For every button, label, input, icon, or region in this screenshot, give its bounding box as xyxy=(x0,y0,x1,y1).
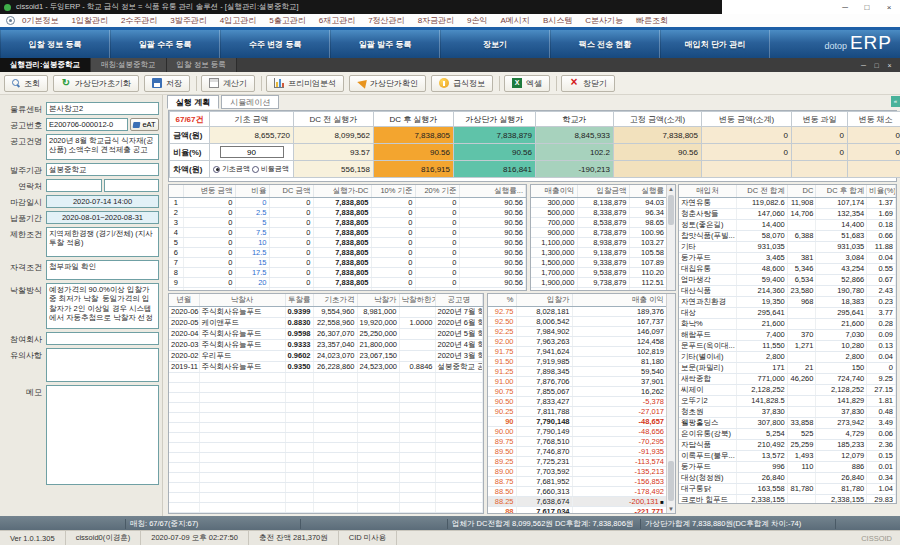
virtual-price-check-button[interactable]: 가상단가확인 xyxy=(349,75,426,92)
excel-button[interactable]: 엑셀 xyxy=(504,75,550,92)
menu-item[interactable]: C본사기능 xyxy=(585,15,623,26)
table-row[interactable]: 동가푸드3,4653813,0840.04 xyxy=(679,252,896,263)
award-method-textarea[interactable] xyxy=(46,283,159,329)
menu-item[interactable]: 2수주관리 xyxy=(121,15,157,26)
table-row[interactable]: 501007,838,8050090.56 xyxy=(169,237,526,247)
delivery-period-input[interactable] xyxy=(46,211,159,224)
radio-ratio-amount[interactable] xyxy=(252,166,259,173)
menu-item[interactable]: 6재고관리 xyxy=(319,15,355,26)
table-row[interactable]: 89.507,746,870-91,935 xyxy=(488,446,667,456)
table-row[interactable]: 참맛식품(푸빌...58,0706,38851,6830.66 xyxy=(679,230,896,241)
table-row[interactable]: 이록푸드(불무...13,5721,49312,0790.15 xyxy=(679,450,896,461)
table-row[interactable]: 202.507,838,8050090.56 xyxy=(169,207,526,217)
table-row[interactable]: 300,0008,138,87994.03 xyxy=(531,197,667,207)
table-row[interactable]: 91.757,941,624102,819 xyxy=(488,346,667,356)
table-row[interactable]: 91.257,898,34559,540 xyxy=(488,366,667,376)
table-row[interactable]: 2020-02우리푸드0.960224,023,07023,067,150202… xyxy=(169,350,483,361)
memo-textarea[interactable] xyxy=(46,385,159,485)
column-header[interactable]: 낙찰가 xyxy=(357,294,399,306)
radio-base-amount[interactable] xyxy=(213,166,220,173)
column-header[interactable]: 비율(%) xyxy=(867,185,896,197)
summary-column-header[interactable]: DC 전 실행가 xyxy=(294,112,374,127)
table-row[interactable]: 92.508,006,542167,737 xyxy=(488,316,667,326)
mdi-tab[interactable]: 실행관리:설봉중학교 xyxy=(0,58,91,72)
table-row[interactable]: 동가푸드9961108860.01 xyxy=(679,461,896,472)
summary-column-header[interactable]: 가상단가 실행가 xyxy=(454,112,536,127)
menu-item[interactable]: A메시지 xyxy=(501,15,530,26)
quick-button[interactable]: 장보기 xyxy=(440,30,550,58)
maximize-button[interactable]: □ xyxy=(856,3,878,12)
reset-virtual-price-button[interactable]: 가상단가초기화 xyxy=(53,75,139,92)
table-row[interactable]: 대상295,641295,6413.77 xyxy=(679,307,896,318)
mdi-tab[interactable]: 매칭:설봉중학교 xyxy=(91,58,167,72)
column-header[interactable]: % xyxy=(488,294,516,306)
table-row[interactable]: 30507,838,8050090.56 xyxy=(169,217,526,227)
table-row[interactable]: 화낙%21,60021,6000.28 xyxy=(679,318,896,329)
column-header[interactable]: 변동 금액 xyxy=(183,185,235,197)
summary-column-header[interactable]: 기초 금액 xyxy=(210,112,294,127)
column-header[interactable]: DC xyxy=(787,185,816,197)
table-row[interactable]: 은이유통(강북)5,2545254,7290.06 xyxy=(679,428,896,439)
menu-item[interactable]: 8자금관리 xyxy=(418,15,454,26)
table-row[interactable]: 88.757,681,952-156,853 xyxy=(488,476,667,486)
column-header[interactable]: 기초가격 xyxy=(313,294,357,306)
bid-grid-scrollbar[interactable]: ▼ xyxy=(666,294,675,513)
menu-item[interactable]: B시스템 xyxy=(543,15,572,26)
plan-tab[interactable]: 시뮬레이션 xyxy=(221,95,279,109)
column-header[interactable]: 입찰가 xyxy=(516,294,572,306)
summary-column-header[interactable]: 학교가 xyxy=(536,112,614,127)
menu-item[interactable]: 4입고관리 xyxy=(220,15,256,26)
close-window-button[interactable]: 창닫기 xyxy=(561,75,615,92)
quick-button[interactable]: 입찰 정보 등록 xyxy=(0,30,110,58)
table-row[interactable]: 청초원37,83037,8300.48 xyxy=(679,406,896,417)
logistics-center-input[interactable] xyxy=(46,102,159,115)
collapse-button[interactable]: « xyxy=(891,96,900,107)
summary-column-header[interactable]: 변동 채소 xyxy=(848,112,900,127)
mdi-close-button[interactable]: × xyxy=(883,62,896,69)
table-row[interactable]: 대산식품214,36023,580190,7802.43 xyxy=(679,285,896,296)
table-row[interactable]: 대구통닭163,55881,78081,7801.04 xyxy=(679,483,896,494)
column-header[interactable]: 매출 이익 xyxy=(572,294,667,306)
table-row[interactable]: 2020-06주식회사유늘푸드0.93999,554,9608,981,0002… xyxy=(169,306,483,317)
ordering-org-input[interactable] xyxy=(46,163,159,176)
quick-button[interactable]: 팩스 전송 현황 xyxy=(550,30,660,58)
table-row[interactable]: 자담식품210,49225,259185,2332.36 xyxy=(679,439,896,450)
menu-item[interactable]: 1입찰관리 xyxy=(71,15,107,26)
column-header[interactable]: DC 전 합계 xyxy=(736,185,787,197)
menu-item[interactable]: 9손익 xyxy=(467,15,487,26)
column-header[interactable]: 실행률 xyxy=(629,185,667,197)
table-row[interactable]: 91.007,876,70637,901 xyxy=(488,376,667,386)
table-row[interactable]: 92.758,028,181189,376 xyxy=(488,306,667,316)
restriction-textarea[interactable] xyxy=(46,227,159,257)
table-row[interactable]: 기타(별이네)2,8002,8000.04 xyxy=(679,351,896,362)
system-menu-icon[interactable] xyxy=(6,16,15,25)
table-row[interactable]: 887,617,034-221,771 xyxy=(488,506,667,514)
calculator-button[interactable]: 계산기 xyxy=(201,75,255,92)
summary-column-header[interactable]: 고정 금액(소계) xyxy=(614,112,702,127)
table-row[interactable]: 2020-04주식회사유늘푸드0.959826,307,07025,250,00… xyxy=(169,328,483,339)
table-row[interactable]: 문푸드(옥이대...11,5501,27110,2800.13 xyxy=(679,340,896,351)
column-header[interactable]: DC 금액 xyxy=(269,185,313,197)
table-row[interactable]: 2020-03주식회사유늘푸드0.933323,357,04021,800,00… xyxy=(169,339,483,350)
menu-item[interactable]: 0기본정보 xyxy=(22,15,58,26)
table-row[interactable]: 90.507,833,427-5,378 xyxy=(488,396,667,406)
table-row[interactable]: 2019-11주식회사유늘푸드0.935026,228,86024,523,00… xyxy=(169,361,483,372)
search-button[interactable]: 조회 xyxy=(4,75,48,92)
table-row[interactable]: 오뚜기2141,828.5141,8291.81 xyxy=(679,395,896,406)
column-header[interactable]: 투찰률 xyxy=(285,294,313,306)
menu-item[interactable]: 7정산관리 xyxy=(368,15,404,26)
column-header[interactable]: 10% 기준 xyxy=(371,185,415,197)
table-row[interactable]: 902007,838,8050090.56 xyxy=(169,277,526,287)
contact-input-2[interactable] xyxy=(104,179,160,192)
column-header[interactable]: 실행률... xyxy=(459,185,526,197)
quick-button[interactable]: 일괄 수주 등록 xyxy=(110,30,220,58)
qualification-textarea[interactable] xyxy=(46,260,159,280)
profit-grid-scrollbar[interactable]: ▲ xyxy=(666,185,675,290)
table-row[interactable]: 907,790,148-48,657 xyxy=(488,416,667,426)
notes-textarea[interactable] xyxy=(46,348,159,382)
base-ratio-input[interactable] xyxy=(220,146,284,158)
summary-column-header[interactable]: DC 후 실행가 xyxy=(374,112,454,127)
table-row[interactable]: 정토(좋은길)14,40014,4000.18 xyxy=(679,219,896,230)
table-row[interactable]: 자연과친환경19,35096818,3830.23 xyxy=(679,296,896,307)
participants-input[interactable] xyxy=(46,332,159,345)
